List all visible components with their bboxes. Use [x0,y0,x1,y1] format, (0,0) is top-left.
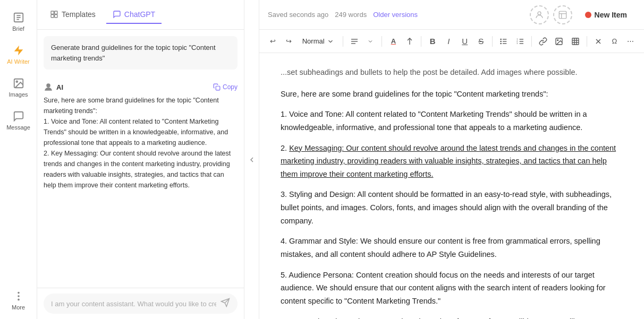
svg-rect-10 [51,11,54,14]
svg-rect-40 [572,38,579,45]
svg-text:3: 3 [516,42,518,45]
svg-point-18 [538,12,541,15]
new-item-label: New Item [595,11,627,19]
numbered-list-button[interactable]: 1 2 3 [513,34,527,49]
strikethrough-button[interactable]: S [474,34,488,49]
chat-area: AI Copy Sure, here are some brand guidel… [37,76,244,288]
word-count: 249 words [335,11,367,19]
sidebar-ai-writer-label: AI Writer [7,58,30,65]
editor-paragraph-3: 2. Key Messaging: Our content should rev… [281,142,623,181]
toolbar-divider-6 [587,36,587,47]
editor-header: Saved seconds ago 249 words Older versio… [259,0,644,30]
editor-paragraph-1: Sure, here are some brand guidelines for… [281,88,623,101]
svg-rect-13 [55,14,57,17]
collapse-panel-button[interactable] [244,0,259,319]
align-dropdown-button[interactable] [363,34,377,49]
sidebar-item-message[interactable]: Message [0,104,37,137]
chat-sender-label: AI [56,83,63,91]
editor-intro-text: ...set subheadings and bullets to help t… [281,66,623,79]
chat-input[interactable] [51,300,216,308]
editor-paragraph-6: 5. Audience Persona: Content creation sh… [281,269,623,308]
key-messaging-link[interactable]: Key Messaging: Our content should revolv… [281,144,616,178]
svg-point-14 [46,83,50,88]
chat-input-area [37,288,244,319]
style-label: Normal [302,37,325,45]
sidebar: Brief AI Writer Images Message More [0,0,37,319]
svg-point-39 [557,39,558,40]
svg-point-9 [18,299,19,300]
sidebar-message-label: Message [6,124,30,131]
toolbar-divider-1 [343,36,343,47]
svg-point-31 [501,43,501,44]
toolbar-divider-5 [531,36,532,47]
clear-format-button[interactable] [591,34,605,49]
style-select[interactable]: Normal [298,35,338,47]
sidebar-images-label: Images [9,91,28,98]
research-curation-link[interactable]: Research and Curation: Research and cura… [281,317,614,319]
older-versions-link[interactable]: Older versions [373,11,418,19]
more-options-button[interactable]: ⋯ [624,34,638,49]
editor-paragraph-5: 4. Grammar and Style: We should ensure o… [281,235,623,261]
image-insert-button[interactable] [552,34,566,49]
sidebar-item-brief[interactable]: Brief [0,5,37,38]
bold-button[interactable]: B [426,34,439,49]
tab-chatgpt-label: ChatGPT [124,10,155,19]
highlight-button[interactable] [403,34,417,49]
svg-rect-11 [55,11,57,14]
svg-rect-19 [559,11,566,19]
chat-message-body: Sure, here are some brand guidelines for… [44,95,238,191]
save-status: Saved seconds ago [268,11,328,19]
align-button[interactable] [348,34,361,49]
copy-button[interactable]: Copy [213,83,238,91]
new-item-button[interactable]: New Item [577,6,635,23]
sidebar-item-ai-writer[interactable]: AI Writer [0,38,37,71]
panel-tabs: Templates ChatGPT [37,0,244,30]
toolbar-divider-3 [421,36,421,47]
table-button[interactable] [569,34,582,49]
editor-header-right: New Item [530,5,635,24]
link-button[interactable] [536,34,550,49]
toolbar-divider-2 [382,36,382,47]
editor-toolbar: ↩ ↪ Normal A [259,30,644,53]
copy-label: Copy [223,83,238,91]
font-color-button[interactable]: A [386,34,400,49]
editor-content: ...set subheadings and bullets to help t… [259,53,644,319]
special-char-button[interactable]: Ω [607,34,621,49]
undo-button[interactable]: ↩ [266,34,279,49]
user-avatar-button[interactable] [530,5,549,24]
editor-header-left: Saved seconds ago 249 words Older versio… [268,11,523,19]
chat-input-wrap [44,294,238,314]
svg-point-8 [18,296,19,297]
svg-rect-15 [216,86,220,90]
editor-paragraph-2: 1. Voice and Tone: All content related t… [281,108,623,134]
settings-icon-button[interactable] [553,5,572,24]
sidebar-item-more[interactable]: More [12,290,25,311]
bullet-list-button[interactable] [497,34,511,49]
chat-message: AI Copy Sure, here are some brand guidel… [44,82,238,191]
tab-chatgpt[interactable]: ChatGPT [106,6,162,24]
editor-area: Saved seconds ago 249 words Older versio… [259,0,644,319]
editor-paragraph-7: 6. Research and Curation: Research and c… [281,315,623,319]
tab-templates-label: Templates [62,10,96,19]
sidebar-item-images[interactable]: Images [0,71,37,104]
svg-point-6 [16,81,18,82]
send-button[interactable] [221,298,230,309]
italic-button[interactable]: I [442,34,455,49]
svg-rect-12 [51,14,54,17]
svg-marker-4 [14,46,23,55]
chat-sender: AI [44,82,63,92]
sidebar-more-label: More [12,304,25,311]
tab-templates[interactable]: Templates [44,6,102,24]
new-item-dot [585,12,591,18]
svg-point-30 [501,41,501,41]
underline-button[interactable]: U [458,34,472,49]
redo-button[interactable]: ↪ [282,34,295,49]
prompt-text: Generate brand guidelines for the topic … [51,44,216,62]
svg-point-7 [18,292,19,294]
chat-message-header: AI Copy [44,82,238,92]
toolbar-divider-4 [492,36,493,47]
svg-point-29 [501,39,501,39]
panel: Templates ChatGPT Generate brand guideli… [37,0,244,319]
sidebar-brief-label: Brief [12,25,24,32]
prompt-box: Generate brand guidelines for the topic … [44,36,238,70]
